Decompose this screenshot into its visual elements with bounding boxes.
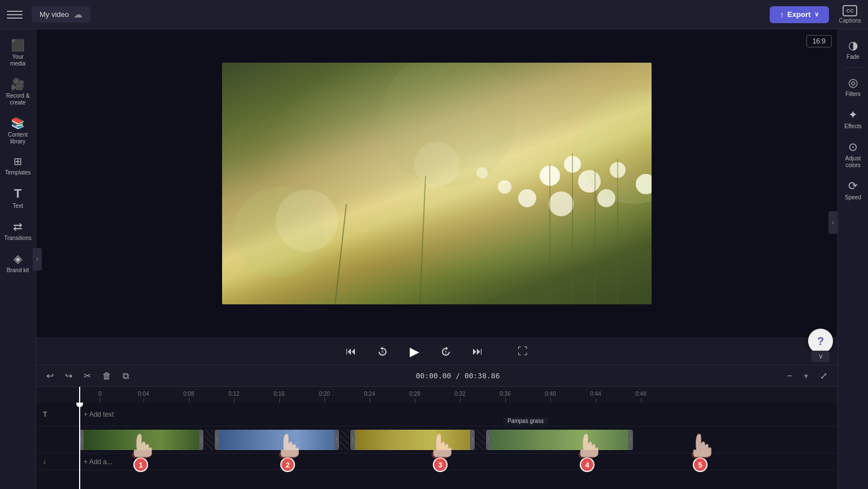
sidebar-label-transitions: Transitions [4, 235, 32, 242]
svg-text:5: 5 [445, 350, 447, 354]
export-chevron-icon: ∨ [814, 11, 819, 18]
add-text-label: + Add text [84, 411, 114, 418]
fit-timeline-button[interactable]: ⤢ [817, 368, 831, 383]
left-sidebar: ⬛ Your media 🎥 Record & create 📚 Content… [0, 29, 36, 489]
skip-to-end-button[interactable]: ⏭ [468, 343, 487, 361]
sidebar-item-adjust-colors[interactable]: ⊙ Adjust colors [839, 136, 867, 172]
aspect-ratio-button[interactable]: 16:9 [806, 35, 832, 47]
clip-1-right-handle[interactable] [199, 430, 203, 450]
cloud-icon: ☁ [73, 9, 83, 20]
sidebar-item-content-library[interactable]: 📚 Content library [2, 112, 34, 149]
svg-point-8 [549, 191, 574, 216]
audio-track-icon: ♪ [43, 459, 46, 465]
svg-line-11 [420, 176, 426, 304]
help-chevron-icon: ∨ [818, 352, 823, 360]
collapse-right-panel-button[interactable]: ‹ [828, 211, 837, 234]
redo-button[interactable]: ↪ [62, 368, 76, 383]
add-audio-button[interactable]: + Add a... [79, 456, 117, 468]
sidebar-item-effects[interactable]: ✦ Effects [839, 103, 867, 133]
ruler-mark-32: 0:32 [437, 391, 483, 403]
fade-icon: ◑ [848, 38, 858, 52]
clip-4-left-handle[interactable] [486, 430, 491, 450]
text-track-row: T + Add text [36, 403, 837, 426]
svg-point-4 [518, 189, 536, 207]
captions-button[interactable]: CC Captions [839, 5, 861, 24]
add-text-button[interactable]: + Add text [79, 408, 119, 421]
ruler-mark-4: 0:04 [121, 391, 166, 403]
fullscreen-button[interactable]: ⛶ [514, 343, 532, 361]
clip-2-right-handle[interactable] [335, 430, 339, 450]
ruler-mark-0: 0 [79, 391, 121, 403]
video-title-tab[interactable]: My video ☁ [32, 6, 90, 23]
skip-to-start-button[interactable]: ⏮ [342, 343, 360, 361]
sidebar-item-fade[interactable]: ◑ Fade [839, 34, 867, 64]
video-track-content[interactable]: Pampas grass [79, 426, 837, 453]
play-pause-button[interactable]: ▶ [405, 343, 423, 361]
clip-4-right-handle[interactable] [628, 430, 633, 450]
clip-4-content [491, 430, 628, 450]
clip-gap-1 [205, 430, 214, 450]
playback-controls: ⏮ 5 ▶ 5 ⏭ ⛶ [36, 338, 837, 365]
export-button[interactable]: ↑ Export ∨ [770, 6, 828, 23]
help-chevron-button[interactable]: ∨ [811, 351, 830, 362]
video-clip-3[interactable] [350, 430, 475, 450]
video-clip-4[interactable] [486, 430, 633, 450]
video-clip-2[interactable] [215, 430, 339, 450]
clip-gap-2 [340, 430, 349, 450]
svg-point-3 [498, 180, 511, 194]
speed-icon: ⟳ [848, 179, 858, 193]
video-clip-1[interactable] [79, 430, 203, 450]
cut-button[interactable]: ✂ [80, 368, 94, 383]
sidebar-item-filters[interactable]: ◎ Filters [839, 71, 867, 101]
clip-2-content [219, 430, 335, 450]
sidebar-label-filters: Filters [845, 91, 861, 98]
ruler-mark-20: 0:20 [302, 391, 347, 403]
duplicate-button[interactable]: ⧉ [119, 369, 132, 383]
ruler-marks: 0 0:04 0:08 0:12 0:16 0:20 0:24 0:28 0:3… [79, 387, 663, 403]
clip-3-content [355, 430, 470, 450]
hamburger-menu-icon[interactable] [7, 7, 23, 23]
transitions-icon: ⇄ [13, 220, 23, 233]
rewind-5s-button[interactable]: 5 [374, 343, 392, 361]
clip-3-left-handle[interactable] [350, 430, 355, 450]
text-track-content: + Add text [79, 403, 837, 426]
zoom-out-button[interactable]: − [783, 369, 795, 383]
templates-icon: ⊞ [14, 155, 22, 168]
ruler-mark-28: 0:28 [392, 391, 437, 403]
help-button[interactable]: ? [808, 329, 833, 353]
video-flowers-svg [222, 63, 652, 304]
topbar: My video ☁ ↑ Export ∨ CC Captions [0, 0, 868, 29]
record-icon: 🎥 [11, 77, 25, 91]
audio-track-content: + Add a... [79, 453, 837, 470]
timeline-ruler: 0 0:04 0:08 0:12 0:16 0:20 0:24 0:28 0:3… [36, 387, 837, 403]
video-track-row: Pampas grass [36, 426, 837, 453]
sidebar-item-templates[interactable]: ⊞ Templates [2, 151, 34, 180]
collapse-sidebar-button[interactable]: › [33, 248, 42, 270]
sidebar-item-transitions[interactable]: ⇄ Transitions [2, 215, 34, 245]
time-separator: / [455, 372, 465, 380]
undo-button[interactable]: ↩ [43, 368, 57, 383]
delete-button[interactable]: 🗑 [99, 369, 115, 383]
sidebar-item-your-media[interactable]: ⬛ Your media [2, 34, 34, 71]
sidebar-item-speed[interactable]: ⟳ Speed [839, 174, 867, 204]
filters-icon: ◎ [848, 76, 858, 89]
ruler-mark-12: 0:12 [211, 391, 257, 403]
clip-gap-3 [476, 430, 485, 450]
sidebar-item-brand-kit[interactable]: ◈ Brand kit [2, 247, 34, 277]
sidebar-item-text[interactable]: T Text [2, 182, 34, 213]
ruler-mark-48: 0:48 [618, 391, 663, 403]
clip-3-right-handle[interactable] [470, 430, 475, 450]
video-background [222, 63, 652, 304]
text-icon: T [14, 186, 21, 201]
content-library-icon: 📚 [11, 116, 25, 130]
clip-1-left-handle[interactable] [79, 430, 84, 450]
right-sidebar-divider-1 [843, 67, 863, 68]
timeline-tracks: T + Add text Pampas grass [36, 403, 837, 489]
center-area: 16:9 [36, 29, 837, 489]
sidebar-label-brand-kit: Brand kit [7, 267, 29, 274]
clip-2-left-handle[interactable] [215, 430, 219, 450]
zoom-in-button[interactable]: + [800, 369, 812, 383]
forward-5s-button[interactable]: 5 [437, 343, 455, 361]
sidebar-item-record-create[interactable]: 🎥 Record & create [2, 73, 34, 110]
text-track-icon: T [43, 411, 47, 418]
